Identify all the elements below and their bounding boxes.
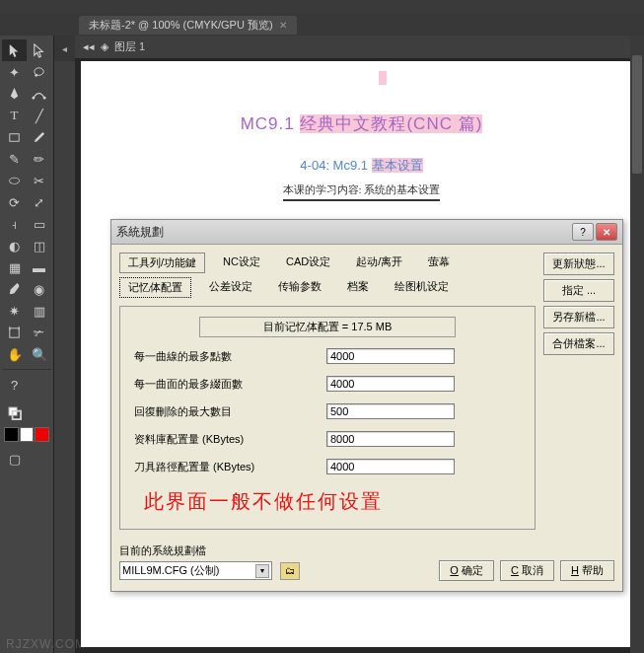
scale-tool-icon[interactable]: ⤢ bbox=[27, 191, 51, 213]
svg-rect-4 bbox=[10, 133, 19, 141]
scissors-tool-icon[interactable]: ✂ bbox=[27, 170, 51, 191]
document-tab[interactable]: 未标题-2* @ 100% (CMYK/GPU 预览) ✕ bbox=[79, 16, 297, 35]
shape-builder-tool-icon[interactable]: ◐ bbox=[2, 235, 27, 256]
curvature-tool-icon[interactable] bbox=[27, 83, 51, 105]
assign-button[interactable]: 指定 ... bbox=[543, 279, 614, 302]
tab-memory[interactable]: 记忆体配置 bbox=[119, 277, 191, 298]
lasso-tool-icon[interactable] bbox=[27, 61, 51, 83]
free-transform-tool-icon[interactable]: ▭ bbox=[27, 213, 51, 235]
zoom-tool-icon[interactable]: 🔍 bbox=[27, 343, 51, 365]
merge-button[interactable]: 合併檔案... bbox=[543, 332, 614, 355]
cancel-button[interactable]: C 取消 bbox=[500, 560, 554, 581]
layer-visibility-icon[interactable]: ◈ bbox=[101, 40, 108, 53]
layers-panel-header[interactable]: ◂◂ ◈ 图层 1 bbox=[75, 36, 644, 59]
layers-label: 图层 1 bbox=[114, 39, 145, 54]
help-button-icon[interactable]: ? bbox=[572, 223, 594, 241]
config-file-dropdown[interactable]: MILL9M.CFG (公制) ▾ bbox=[119, 561, 272, 580]
tab-nc[interactable]: NC设定 bbox=[215, 253, 268, 273]
rectangle-tool-icon[interactable] bbox=[2, 126, 27, 148]
update-status-button[interactable]: 更新狀態... bbox=[543, 253, 614, 275]
database-kb-input[interactable] bbox=[326, 431, 455, 447]
eyedropper-tool-icon[interactable] bbox=[2, 278, 27, 300]
close-button-icon[interactable]: ✕ bbox=[596, 223, 617, 241]
help-icon[interactable]: ? bbox=[2, 374, 27, 396]
blob-tool-icon[interactable]: ✏ bbox=[27, 148, 51, 170]
save-as-button[interactable]: 另存新檔... bbox=[543, 306, 614, 328]
document-canvas: MC9.1 经典中文教程(CNC 篇) 4-04: Mc9.1 基本设置 本课的… bbox=[81, 61, 642, 647]
tab-files[interactable]: 档案 bbox=[339, 277, 377, 298]
color-swatches[interactable] bbox=[2, 423, 51, 446]
symbol-tool-icon[interactable]: ✷ bbox=[2, 300, 27, 322]
drawer-toggle-icon[interactable]: ◂ bbox=[54, 36, 75, 61]
selection-marker bbox=[379, 71, 387, 85]
svg-point-2 bbox=[32, 96, 35, 99]
undo-max-input[interactable] bbox=[326, 403, 455, 419]
width-tool-icon[interactable]: ⫞ bbox=[2, 213, 27, 235]
field-label-db: 资料庫配置量 (KBytes) bbox=[134, 432, 326, 447]
field-label-undo: 回復刪除的最大數目 bbox=[134, 404, 326, 419]
system-config-dialog: 系統規劃 ? ✕ 工具列/功能鍵 NC设定 CAD设定 起动/离开 萤幕 bbox=[110, 219, 623, 592]
vertical-scrollbar[interactable] bbox=[630, 36, 644, 653]
rotate-tool-icon[interactable]: ⟳ bbox=[2, 191, 27, 213]
lesson-label: 本课的学习内容: 系统的基本设置 bbox=[283, 182, 441, 201]
footer-label: 目前的系統規劃檔 bbox=[119, 544, 614, 558]
artboard-tool-icon[interactable] bbox=[2, 322, 27, 343]
document-tab-label: 未标题-2* @ 100% (CMYK/GPU 预览) bbox=[89, 18, 273, 33]
swatch-black[interactable] bbox=[4, 427, 19, 442]
perspective-tool-icon[interactable]: ◫ bbox=[27, 235, 51, 256]
dialog-title: 系統規劃 bbox=[116, 224, 164, 241]
field-label-curve-points: 每一曲線的最多點數 bbox=[134, 349, 326, 364]
fill-stroke-icon[interactable] bbox=[2, 401, 27, 423]
tab-startup[interactable]: 起动/离开 bbox=[348, 253, 410, 273]
watermark: RJZXW.COM bbox=[6, 637, 86, 651]
tab-toolbar[interactable]: 工具列/功能鍵 bbox=[119, 253, 205, 273]
shaper-tool-icon[interactable]: ✎ bbox=[2, 148, 27, 170]
help-button[interactable]: H 帮助 bbox=[560, 560, 614, 581]
magic-wand-tool-icon[interactable]: ✦ bbox=[2, 61, 27, 83]
scrollbar-thumb[interactable] bbox=[632, 55, 642, 174]
type-tool-icon[interactable]: T bbox=[2, 105, 27, 126]
memory-fieldset: 目前记忆体配置 = 17.5 MB 每一曲線的最多點數 每一曲面的最多綴面數 回… bbox=[119, 306, 536, 530]
hand-tool-icon[interactable]: ✋ bbox=[2, 343, 27, 365]
slice-tool-icon[interactable]: ✃ bbox=[27, 322, 51, 343]
swatch-none[interactable] bbox=[35, 427, 49, 442]
panel-drawer[interactable]: ◂ bbox=[53, 36, 75, 653]
chevron-down-icon[interactable]: ▾ bbox=[255, 564, 269, 578]
eraser-tool-icon[interactable]: ⬭ bbox=[2, 170, 27, 191]
curve-points-input[interactable] bbox=[326, 348, 455, 364]
browse-file-icon[interactable]: 🗂 bbox=[280, 562, 300, 580]
memory-title: 目前记忆体配置 = 17.5 MB bbox=[199, 317, 456, 337]
red-note: 此界面一般不做任何设置 bbox=[134, 488, 521, 515]
dialog-titlebar[interactable]: 系統規劃 ? ✕ bbox=[111, 220, 622, 245]
field-label-toolpath: 刀具路徑配置量 (KBytes) bbox=[134, 460, 326, 474]
direct-select-tool-icon[interactable] bbox=[27, 39, 51, 61]
dropdown-value: MILL9M.CFG (公制) bbox=[122, 563, 219, 578]
graph-tool-icon[interactable]: ▥ bbox=[27, 300, 51, 322]
page-title: MC9.1 经典中文教程(CNC 篇) bbox=[81, 112, 642, 135]
screen-mode-icon[interactable]: ▢ bbox=[2, 448, 27, 470]
dialog-tabs: 工具列/功能鍵 NC设定 CAD设定 起动/离开 萤幕 记忆体配置 公差设定 传… bbox=[119, 253, 536, 298]
selection-tool-icon[interactable] bbox=[2, 39, 27, 61]
field-label-surface-patches: 每一曲面的最多綴面數 bbox=[134, 377, 326, 392]
collapse-icon[interactable]: ◂◂ bbox=[83, 40, 95, 53]
toolpath-kb-input[interactable] bbox=[326, 459, 455, 474]
gradient-tool-icon[interactable]: ▬ bbox=[27, 256, 51, 278]
tab-screen[interactable]: 萤幕 bbox=[420, 253, 458, 273]
pen-tool-icon[interactable] bbox=[2, 83, 27, 105]
blend-tool-icon[interactable]: ◉ bbox=[27, 278, 51, 300]
brush-tool-icon[interactable] bbox=[27, 126, 51, 148]
tab-tolerance[interactable]: 公差设定 bbox=[201, 277, 260, 298]
svg-point-1 bbox=[35, 73, 37, 76]
line-tool-icon[interactable]: ╱ bbox=[27, 105, 51, 126]
mesh-tool-icon[interactable]: ▦ bbox=[2, 256, 27, 278]
tab-cad[interactable]: CAD设定 bbox=[278, 253, 338, 273]
close-icon[interactable]: ✕ bbox=[279, 20, 287, 31]
ok-button[interactable]: O 确定 bbox=[439, 560, 494, 581]
tab-plotter[interactable]: 绘图机设定 bbox=[387, 277, 457, 298]
svg-point-3 bbox=[43, 96, 46, 99]
page-subtitle: 4-04: Mc9.1 基本设置 bbox=[81, 157, 642, 175]
surface-patches-input[interactable] bbox=[326, 376, 455, 392]
tab-transfer[interactable]: 传输参数 bbox=[270, 277, 329, 298]
svg-rect-5 bbox=[10, 327, 19, 336]
swatch-white[interactable] bbox=[20, 427, 35, 442]
